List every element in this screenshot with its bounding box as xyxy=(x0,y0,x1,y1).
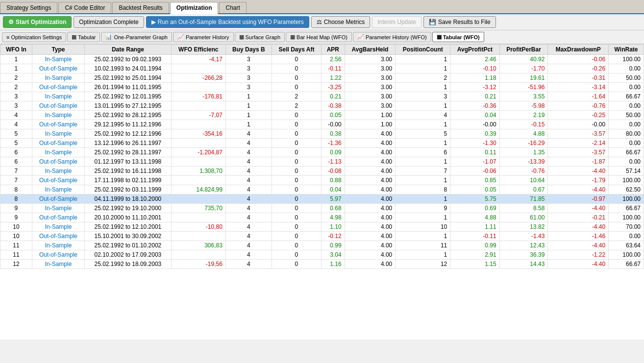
subtab-param-history[interactable]: 📈 Parameter History xyxy=(173,32,234,42)
table-row[interactable]: 2In-Sample25.02.1992 to 25.01.1994-266,2… xyxy=(0,73,644,83)
cell-pos-count: 1 xyxy=(396,213,450,222)
param-history-icon: 📈 xyxy=(177,34,184,40)
table-row[interactable]: 5Out-of-Sample13.12.1996 to 26.11.199740… xyxy=(0,139,644,148)
cell-win-rate: 66.67 xyxy=(609,260,644,269)
tab-backtest-results[interactable]: Backtest Results xyxy=(112,2,169,13)
table-row[interactable]: 12In-Sample25.02.1992 to 18.09.2003-19,5… xyxy=(0,260,644,269)
cell-avg-bars: 4.00 xyxy=(345,213,396,222)
table-row[interactable]: 5In-Sample25.02.1992 to 12.12.1996-354,1… xyxy=(0,129,644,139)
cell-pos-count: 1 xyxy=(396,64,450,73)
cell-avg-profit: -0.00 xyxy=(450,120,499,129)
opt-settings-icon: ≡ xyxy=(6,34,9,40)
cell-avg-profit: 0.39 xyxy=(450,129,499,139)
cell-profit-bar: 3.55 xyxy=(499,92,548,101)
cell-buy-days: 4 xyxy=(225,185,272,194)
table-row[interactable]: 6Out-of-Sample01.12.1997 to 13.11.199840… xyxy=(0,157,644,167)
interim-update-button[interactable]: Interim Update xyxy=(372,16,421,28)
subtab-bar-heatmap[interactable]: ▦ Bar Heat Map (WFO) xyxy=(286,32,352,42)
cell-pos-count: 1 xyxy=(396,83,450,92)
cell-type: In-Sample xyxy=(32,260,84,269)
col-header-apr: APR xyxy=(322,45,345,55)
cell-type: In-Sample xyxy=(32,55,84,64)
cell-win-rate: 100.00 xyxy=(609,213,644,222)
cell-profit-bar: 2.19 xyxy=(499,111,548,120)
cell-apr: 0.88 xyxy=(322,176,345,185)
table-row[interactable]: 4Out-of-Sample29.12.1995 to 11.12.199610… xyxy=(0,120,644,129)
tab-chart[interactable]: Chart xyxy=(219,2,246,13)
cell-type: In-Sample xyxy=(32,148,84,157)
cell-apr: 2.56 xyxy=(322,55,345,64)
table-row[interactable]: 9In-Sample25.02.1992 to 19.10.2000735,70… xyxy=(0,204,644,213)
subtab-tabular-wfo[interactable]: ▦ Tabular (WFO) xyxy=(432,32,484,42)
table-row[interactable]: 9Out-of-Sample20.10.2000 to 11.10.200140… xyxy=(0,213,644,222)
tab-optimization[interactable]: Optimization xyxy=(170,2,219,14)
table-row[interactable]: 11Out-of-Sample02.10.2002 to 17.09.20034… xyxy=(0,250,644,260)
results-table-container[interactable]: WFO In Type Date Range WFO Efficienc Buy… xyxy=(0,44,644,339)
table-row[interactable]: 2Out-of-Sample26.01.1994 to 11.01.199530… xyxy=(0,83,644,92)
cell-pos-count: 12 xyxy=(396,260,450,269)
table-row[interactable]: 7In-Sample25.02.1992 to 16.11.19981.308,… xyxy=(0,167,644,176)
start-optimization-button[interactable]: ⚙ Start Optimization xyxy=(3,16,72,28)
cell-avg-bars: 3.00 xyxy=(345,92,396,101)
cell-wfo-eff: -10,80 xyxy=(171,222,225,232)
cell-apr: 4.98 xyxy=(322,213,345,222)
cell-wfo-in: 11 xyxy=(0,250,32,260)
cell-win-rate: 0.00 xyxy=(609,232,644,241)
cell-avg-bars: 4.00 xyxy=(345,148,396,157)
subtab-surface-graph[interactable]: ▦ Surface Graph xyxy=(235,32,285,42)
cell-pos-count: 1 xyxy=(396,194,450,204)
table-row[interactable]: 1In-Sample25.02.1992 to 09.02.1993-4,173… xyxy=(0,55,644,64)
table-row[interactable]: 6In-Sample25.02.1992 to 28.11.1997-1.204… xyxy=(0,148,644,157)
cell-avg-bars: 4.00 xyxy=(345,204,396,213)
cell-sell-days: 2 xyxy=(272,101,321,111)
cell-win-rate: 0.00 xyxy=(609,157,644,167)
table-row[interactable]: 7Out-of-Sample17.11.1998 to 02.11.199940… xyxy=(0,176,644,185)
cell-avg-bars: 3.00 xyxy=(345,101,396,111)
cell-wfo-eff: 14.824,99 xyxy=(171,185,225,194)
cell-buy-days: 4 xyxy=(225,250,272,260)
cell-date-range: 26.01.1994 to 11.01.1995 xyxy=(85,83,172,92)
table-row[interactable]: 1Out-of-Sample10.02.1993 to 24.01.199430… xyxy=(0,64,644,73)
table-row[interactable]: 8In-Sample25.02.1992 to 03.11.199914.824… xyxy=(0,185,644,194)
cell-date-range: 25.02.1992 to 09.02.1993 xyxy=(85,55,172,64)
col-header-wfo-in: WFO In xyxy=(0,45,32,55)
table-row[interactable]: 10In-Sample25.02.1992 to 12.10.2001-10,8… xyxy=(0,222,644,232)
tab-strategy-settings[interactable]: Strategy Settings xyxy=(0,2,57,13)
cell-date-range: 25.02.1992 to 12.01.1995 xyxy=(85,92,172,101)
cell-apr: -0.08 xyxy=(322,167,345,176)
cell-max-dd: -1.22 xyxy=(548,250,609,260)
cell-max-dd: -0.21 xyxy=(548,213,609,222)
cell-apr: -0.38 xyxy=(322,101,345,111)
tab-csharp-editor[interactable]: C# Code Editor xyxy=(58,2,111,13)
cell-sell-days: 0 xyxy=(272,139,321,148)
cell-date-range: 29.12.1995 to 11.12.1996 xyxy=(85,120,172,129)
cell-avg-profit: 2.91 xyxy=(450,250,499,260)
choose-metrics-button[interactable]: ⚖ Choose Metrics xyxy=(311,16,370,28)
cell-sell-days: 0 xyxy=(272,185,321,194)
cell-sell-days: 0 xyxy=(272,250,321,260)
table-row[interactable]: 3Out-of-Sample13.01.1995 to 27.12.199512… xyxy=(0,101,644,111)
run-oos-button[interactable]: ▶ Run an Out-of-Sample Backtest using WF… xyxy=(146,16,309,28)
table-row[interactable]: 10Out-of-Sample15.10.2001 to 30.09.20024… xyxy=(0,232,644,241)
table-row[interactable]: 3In-Sample25.02.1992 to 12.01.1995-176,8… xyxy=(0,92,644,101)
cell-max-dd: -3.14 xyxy=(548,83,609,92)
cell-avg-bars: 3.00 xyxy=(345,55,396,64)
cell-sell-days: 0 xyxy=(272,222,321,232)
cell-max-dd: -4.40 xyxy=(548,241,609,250)
optimization-complete-button[interactable]: Optimization Complete xyxy=(74,16,144,28)
subtab-tabular[interactable]: ▦ Tabular xyxy=(67,32,100,42)
table-row[interactable]: 4In-Sample25.02.1992 to 28.12.1995-7,071… xyxy=(0,111,644,120)
table-row[interactable]: 11In-Sample25.02.1992 to 01.10.2002306,8… xyxy=(0,241,644,250)
save-results-button[interactable]: 💾 Save Results to File xyxy=(423,16,496,28)
cell-buy-days: 1 xyxy=(225,92,272,101)
tabular-icon: ▦ xyxy=(72,34,76,40)
cell-pos-count: 1 xyxy=(396,120,450,129)
table-header-row: WFO In Type Date Range WFO Efficienc Buy… xyxy=(0,45,644,55)
cell-wfo-eff: -176,81 xyxy=(171,92,225,101)
subtab-one-param-graph[interactable]: 📊 One-Parameter Graph xyxy=(101,32,172,42)
table-row[interactable]: 8Out-of-Sample04.11.1999 to 18.10.200040… xyxy=(0,194,644,204)
subtab-optimization-settings[interactable]: ≡ Optimization Settings xyxy=(2,32,66,42)
cell-max-dd: -4.40 xyxy=(548,204,609,213)
subtab-param-history-wfo[interactable]: 📈 Parameter History (WFO) xyxy=(353,32,431,42)
cell-wfo-eff xyxy=(171,213,225,222)
